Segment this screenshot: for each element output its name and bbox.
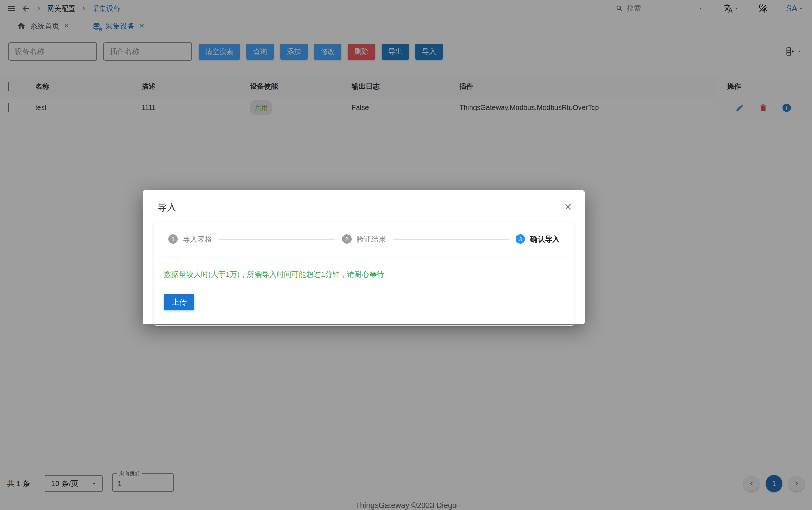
import-stepper: 1 导入表格 2 验证结果 3 确认导入 数据量较大时(大于1万)，所需导入时间… bbox=[154, 222, 574, 326]
modal-title: 导入 bbox=[157, 201, 176, 213]
step-number: 1 bbox=[168, 234, 178, 244]
import-modal: 导入 ✕ 1 导入表格 2 验证结果 3 确认导入 数据量较大时(大于1万)，所… bbox=[143, 190, 585, 324]
modal-close-icon[interactable]: ✕ bbox=[564, 203, 572, 212]
step-label: 确认导入 bbox=[530, 234, 560, 244]
step-validate-result: 2 验证结果 bbox=[342, 234, 386, 244]
step-confirm-import: 3 确认导入 bbox=[516, 234, 560, 244]
step-label: 导入表格 bbox=[183, 234, 212, 244]
step-import-table: 1 导入表格 bbox=[168, 234, 212, 244]
step-divider bbox=[393, 239, 509, 240]
upload-button[interactable]: 上传 bbox=[164, 294, 194, 310]
step-number: 2 bbox=[342, 234, 352, 244]
import-notice-text: 数据量较大时(大于1万)，所需导入时间可能超过1分钟，请耐心等待 bbox=[164, 269, 564, 279]
step-divider bbox=[219, 239, 335, 240]
step-label: 验证结果 bbox=[357, 234, 386, 244]
step-number: 3 bbox=[516, 234, 525, 244]
